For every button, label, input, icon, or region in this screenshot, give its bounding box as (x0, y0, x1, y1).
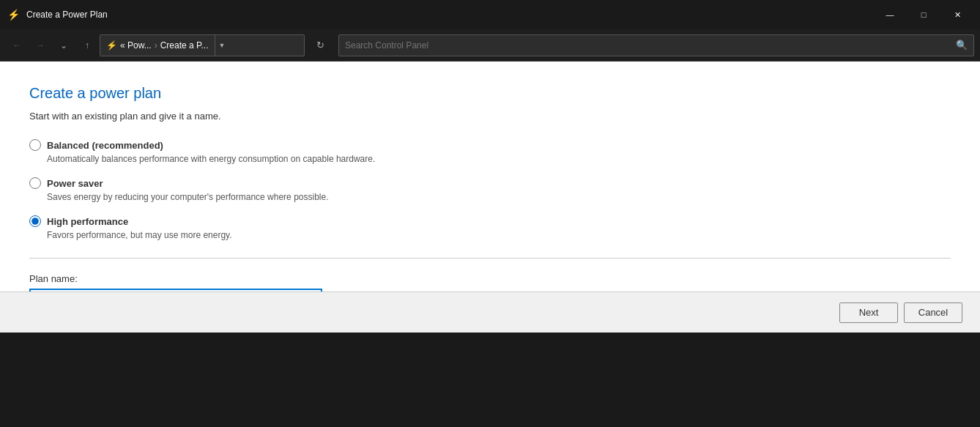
radio-high-performance[interactable] (29, 215, 41, 227)
option-balanced-label[interactable]: Balanced (recommended) (47, 140, 163, 151)
search-bar: 🔍 (338, 34, 974, 56)
up-button[interactable]: ↑ (76, 34, 98, 56)
breadcrumb-dropdown[interactable]: ▼ (215, 34, 229, 56)
option-power-saver-desc: Saves energy by reducing your computer's… (29, 192, 951, 202)
breadcrumb-part1: « Pow... (120, 40, 152, 51)
navigation-bar: ← → ⌄ ↑ ⚡ « Pow... › Create a P... ▼ ↻ 🔍 (0, 29, 980, 62)
cancel-button[interactable]: Cancel (904, 302, 962, 323)
plan-name-label: Plan name: (29, 273, 951, 284)
plan-options: Balanced (recommended) Automatically bal… (29, 139, 951, 240)
option-balanced: Balanced (recommended) Automatically bal… (29, 139, 951, 164)
breadcrumb-icon: ⚡ (106, 40, 117, 51)
main-content: Create a power plan Start with an existi… (0, 62, 980, 333)
close-button[interactable]: ✕ (940, 3, 974, 26)
recent-pages-button[interactable]: ⌄ (53, 34, 75, 56)
option-balanced-desc: Automatically balances performance with … (29, 154, 951, 164)
search-icon: 🔍 (956, 40, 968, 51)
minimize-button[interactable]: — (873, 3, 907, 26)
page-subtitle: Start with an existing plan and give it … (29, 111, 951, 122)
option-high-performance-desc: Favors performance, but may use more ene… (29, 230, 951, 240)
option-high-performance: High performance Favors performance, but… (29, 215, 951, 240)
breadcrumb-sep1: › (155, 40, 157, 51)
window-title: Create a Power Plan (26, 10, 873, 20)
divider (29, 258, 951, 259)
breadcrumb-part2: Create a P... (160, 40, 209, 51)
app-icon: ⚡ (6, 7, 21, 22)
forward-button[interactable]: → (29, 34, 51, 56)
window-controls: — □ ✕ (873, 3, 974, 26)
breadcrumb[interactable]: ⚡ « Pow... › Create a P... ▼ (100, 34, 305, 56)
radio-power-saver[interactable] (29, 177, 41, 189)
search-input[interactable] (345, 40, 956, 51)
option-power-saver-label[interactable]: Power saver (47, 178, 103, 189)
title-bar: ⚡ Create a Power Plan — □ ✕ (0, 0, 980, 29)
option-high-performance-label[interactable]: High performance (47, 216, 128, 227)
back-button[interactable]: ← (6, 34, 28, 56)
option-power-saver: Power saver Saves energy by reducing you… (29, 177, 951, 202)
refresh-button[interactable]: ↻ (309, 34, 331, 56)
radio-balanced[interactable] (29, 139, 41, 151)
page-title: Create a power plan (29, 85, 951, 102)
footer-bar: Next Cancel (0, 292, 980, 333)
maximize-button[interactable]: □ (907, 3, 940, 26)
next-button[interactable]: Next (839, 302, 898, 323)
